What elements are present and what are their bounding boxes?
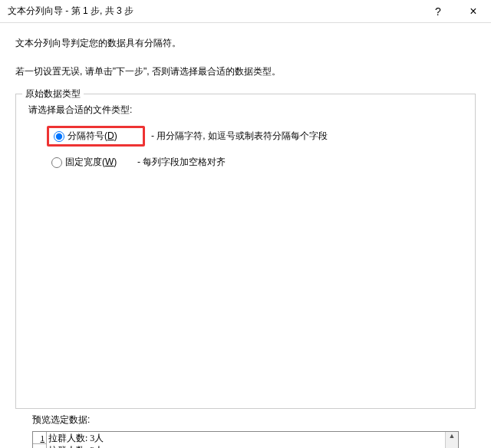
dialog-content: 文本分列向导判定您的数据具有分隔符。 若一切设置无误, 请单击"下一步", 否则…: [0, 23, 491, 448]
highlight-annotation: 分隔符号(D): [47, 126, 145, 147]
window-title: 文本分列向导 - 第 1 步, 共 3 步: [0, 5, 420, 18]
vertical-scrollbar[interactable]: ▲ ▼: [445, 432, 458, 448]
radio-delimited-desc: - 用分隔字符, 如逗号或制表符分隔每个字段: [151, 130, 328, 143]
radio-row-delimited: 分隔符号(D) - 用分隔字符, 如逗号或制表符分隔每个字段: [47, 126, 463, 147]
titlebar: 文本分列向导 - 第 1 步, 共 3 步 ? ×: [0, 0, 491, 23]
radio-delimited-label: 分隔符号(D): [68, 130, 117, 143]
row-num: 2: [33, 444, 47, 448]
radio-row-fixed: 固定宽度(W) - 每列字段加空格对齐: [47, 154, 463, 170]
data-type-group: 原始数据类型 请选择最合适的文件类型: 分隔符号(D) - 用分隔字符, 如逗号…: [15, 94, 476, 409]
preview-label: 预览选定数据:: [32, 413, 476, 427]
row-num: 1: [33, 432, 47, 444]
preview-row: 拉群人数: 3人: [47, 444, 445, 448]
radio-fixed-desc: - 每列字段加空格对齐: [137, 156, 226, 169]
intro-line-1: 文本分列向导判定您的数据具有分隔符。: [15, 37, 476, 50]
intro-line-2: 若一切设置无误, 请单击"下一步", 否则请选择最合适的数据类型。: [15, 65, 476, 78]
close-icon[interactable]: ×: [456, 0, 491, 23]
preview-box: 1 2 3 4 5 6 拉群人数: 3人 拉群人数: 3人 ▲ ▼: [32, 431, 459, 448]
preview-rows: 拉群人数: 3人 拉群人数: 3人: [47, 432, 445, 448]
radio-fixed[interactable]: 固定宽度(W): [47, 154, 131, 170]
row-numbers: 1 2 3 4 5 6: [33, 432, 47, 448]
scroll-up-icon[interactable]: ▲: [449, 432, 456, 440]
radio-delimited[interactable]: 分隔符号(D): [54, 130, 138, 143]
help-icon[interactable]: ?: [420, 0, 456, 23]
radio-delimited-input[interactable]: [54, 131, 64, 142]
preview-row: 拉群人数: 3人: [47, 432, 445, 444]
file-type-prompt: 请选择最合适的文件类型:: [28, 104, 463, 117]
group-legend: 原始数据类型: [22, 87, 84, 100]
radio-fixed-input[interactable]: [51, 157, 62, 168]
radio-fixed-label: 固定宽度(W): [65, 156, 117, 169]
